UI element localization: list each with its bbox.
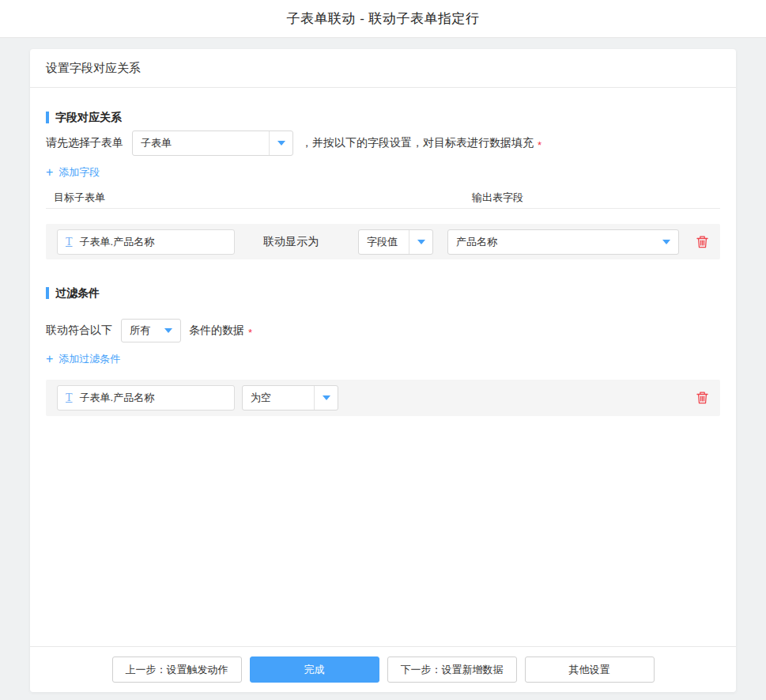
filter-field-box[interactable]: T 子表单.产品名称	[57, 385, 235, 411]
settings-panel: 设置字段对应关系 字段对应关系 请先选择子表单 子表单 ，并按以下的字段设置，对…	[30, 49, 736, 692]
section-title-filter: 过滤条件	[46, 287, 720, 299]
subform-select-value: 子表单	[133, 136, 269, 150]
page-title: 子表单联动 - 联动子表单指定行	[286, 9, 479, 28]
trash-icon	[696, 235, 709, 249]
subform-select[interactable]: 子表单	[132, 131, 293, 156]
required-asterisk: *	[538, 139, 541, 151]
operator-value: 为空	[243, 391, 314, 405]
filter-row: T 子表单.产品名称 为空	[46, 380, 720, 416]
next-step-button[interactable]: 下一步：设置新增数据	[387, 656, 517, 683]
add-filter-label: 添加过滤条件	[58, 352, 120, 366]
add-field-link[interactable]: + 添加字段	[46, 165, 100, 180]
target-field-value: 子表单.产品名称	[80, 235, 155, 249]
chevron-down-icon	[655, 230, 678, 254]
panel-body: 字段对应关系 请先选择子表单 子表单 ，并按以下的字段设置，对目标表进行数据填充…	[30, 88, 736, 646]
add-filter-link[interactable]: + 添加过滤条件	[46, 352, 120, 366]
match-type-select[interactable]: 所有	[121, 319, 181, 342]
filter-prefix-label: 联动符合以下	[46, 324, 112, 338]
output-field-select[interactable]: 产品名称	[447, 229, 679, 255]
required-asterisk: *	[248, 327, 252, 339]
section-title-field-mapping: 字段对应关系	[46, 112, 720, 123]
filter-field-value: 子表单.产品名称	[80, 391, 155, 405]
text-field-icon: T	[66, 236, 73, 248]
mapping-column-headers: 目标子表单 输出表字段	[46, 191, 720, 203]
match-type-value: 所有	[122, 324, 157, 338]
output-field-value: 产品名称	[448, 235, 655, 249]
panel-title: 设置字段对应关系	[46, 61, 141, 76]
column-header-target: 目标子表单	[54, 191, 105, 205]
finish-button[interactable]: 完成	[250, 656, 379, 683]
plus-icon: +	[46, 354, 53, 365]
mapping-row: T 子表单.产品名称 联动显示为 字段值 产品名称	[46, 224, 720, 259]
subform-select-label: 请先选择子表单	[46, 136, 123, 150]
filter-suffix-label: 条件的数据	[189, 324, 244, 338]
target-field-box[interactable]: T 子表单.产品名称	[57, 229, 235, 255]
chevron-down-icon	[269, 131, 292, 155]
empty-area	[46, 416, 720, 646]
chevron-down-icon	[314, 386, 338, 410]
display-as-label: 联动显示为	[263, 235, 319, 249]
delete-filter-button[interactable]	[696, 391, 709, 405]
text-field-icon: T	[66, 392, 73, 403]
subform-select-line: 请先选择子表单 子表单 ，并按以下的字段设置，对目标表进行数据填充 *	[46, 131, 720, 156]
plus-icon: +	[46, 167, 53, 178]
chevron-down-icon	[157, 320, 180, 342]
top-bar: 子表单联动 - 联动子表单指定行	[0, 0, 766, 38]
footer-bar: 上一步：设置触发动作 完成 下一步：设置新增数据 其他设置	[30, 646, 736, 692]
column-header-output: 输出表字段	[472, 191, 523, 205]
subform-after-text: ，并按以下的字段设置，对目标表进行数据填充	[301, 136, 534, 150]
other-settings-button[interactable]: 其他设置	[525, 656, 655, 683]
display-mode-select[interactable]: 字段值	[358, 229, 433, 255]
add-field-label: 添加字段	[58, 165, 100, 180]
chevron-down-icon	[409, 230, 432, 254]
trash-icon	[696, 391, 709, 405]
column-header-divider	[46, 208, 720, 209]
delete-row-button[interactable]	[696, 235, 709, 249]
panel-header: 设置字段对应关系	[30, 49, 736, 88]
prev-step-button[interactable]: 上一步：设置触发动作	[112, 656, 242, 683]
operator-select[interactable]: 为空	[242, 385, 338, 411]
filter-condition-line: 联动符合以下 所有 条件的数据 *	[46, 319, 720, 342]
display-mode-value: 字段值	[359, 235, 409, 249]
